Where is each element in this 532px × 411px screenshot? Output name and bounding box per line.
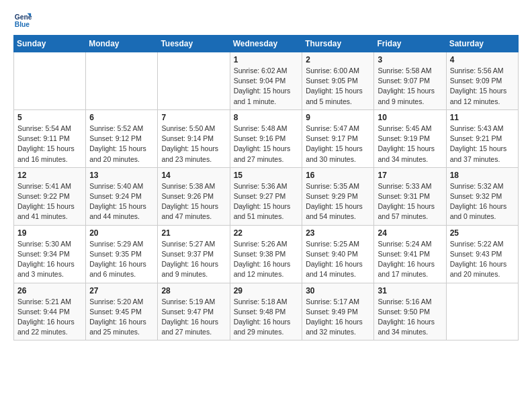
day-detail: Sunrise: 5:16 AM Sunset: 9:50 PM Dayligh…	[378, 297, 442, 338]
day-detail: Sunrise: 5:48 AM Sunset: 9:16 PM Dayligh…	[234, 124, 299, 165]
day-number: 21	[161, 228, 226, 238]
day-number: 6	[89, 113, 154, 122]
day-detail: Sunrise: 5:26 AM Sunset: 9:38 PM Dayligh…	[234, 239, 299, 280]
day-number: 29	[234, 286, 299, 295]
logo-icon: General Blue	[13, 11, 32, 30]
calendar-cell: 18Sunrise: 5:32 AM Sunset: 9:32 PM Dayli…	[446, 167, 518, 225]
day-number: 1	[234, 55, 299, 64]
calendar-cell: 22Sunrise: 5:26 AM Sunset: 9:38 PM Dayli…	[230, 225, 302, 283]
day-number: 17	[378, 171, 442, 180]
calendar-cell: 2Sunrise: 6:00 AM Sunset: 9:05 PM Daylig…	[302, 52, 374, 110]
day-number: 20	[89, 228, 154, 238]
calendar-cell: 30Sunrise: 5:17 AM Sunset: 9:49 PM Dayli…	[302, 283, 374, 340]
day-detail: Sunrise: 5:45 AM Sunset: 9:19 PM Dayligh…	[378, 124, 442, 165]
calendar-table: SundayMondayTuesdayWednesdayThursdayFrid…	[13, 35, 519, 340]
calendar-cell: 29Sunrise: 5:18 AM Sunset: 9:48 PM Dayli…	[230, 283, 302, 340]
calendar-body: 1Sunrise: 6:02 AM Sunset: 9:04 PM Daylig…	[14, 52, 519, 340]
calendar-cell: 16Sunrise: 5:35 AM Sunset: 9:29 PM Dayli…	[302, 167, 374, 225]
day-header-friday: Friday	[374, 36, 446, 52]
calendar-cell: 11Sunrise: 5:43 AM Sunset: 9:21 PM Dayli…	[446, 109, 518, 167]
week-row-4: 19Sunrise: 5:30 AM Sunset: 9:34 PM Dayli…	[14, 225, 519, 283]
day-detail: Sunrise: 5:24 AM Sunset: 9:41 PM Dayligh…	[378, 239, 442, 280]
calendar-cell: 27Sunrise: 5:20 AM Sunset: 9:45 PM Dayli…	[86, 283, 158, 340]
week-row-5: 26Sunrise: 5:21 AM Sunset: 9:44 PM Dayli…	[14, 283, 519, 340]
day-detail: Sunrise: 6:00 AM Sunset: 9:05 PM Dayligh…	[306, 66, 370, 107]
day-detail: Sunrise: 5:25 AM Sunset: 9:40 PM Dayligh…	[306, 239, 370, 280]
day-number: 22	[234, 228, 299, 238]
day-header-saturday: Saturday	[446, 36, 518, 52]
day-number: 23	[306, 228, 370, 238]
day-number: 14	[161, 171, 226, 180]
calendar-cell: 14Sunrise: 5:38 AM Sunset: 9:26 PM Dayli…	[158, 167, 230, 225]
day-number: 31	[378, 286, 442, 295]
day-detail: Sunrise: 5:35 AM Sunset: 9:29 PM Dayligh…	[306, 181, 370, 222]
calendar-cell	[446, 283, 518, 340]
day-number: 15	[234, 171, 299, 180]
calendar-cell: 9Sunrise: 5:47 AM Sunset: 9:17 PM Daylig…	[302, 109, 374, 167]
day-number: 3	[378, 55, 442, 64]
calendar-cell: 7Sunrise: 5:50 AM Sunset: 9:14 PM Daylig…	[158, 109, 230, 167]
day-detail: Sunrise: 5:29 AM Sunset: 9:35 PM Dayligh…	[89, 239, 154, 280]
day-detail: Sunrise: 5:38 AM Sunset: 9:26 PM Dayligh…	[161, 181, 226, 222]
day-number: 11	[450, 113, 515, 122]
calendar-cell: 28Sunrise: 5:19 AM Sunset: 9:47 PM Dayli…	[158, 283, 230, 340]
calendar-cell: 19Sunrise: 5:30 AM Sunset: 9:34 PM Dayli…	[14, 225, 86, 283]
calendar-cell: 17Sunrise: 5:33 AM Sunset: 9:31 PM Dayli…	[374, 167, 446, 225]
calendar-cell: 21Sunrise: 5:27 AM Sunset: 9:37 PM Dayli…	[158, 225, 230, 283]
page-header: General Blue	[13, 11, 519, 30]
calendar-cell: 5Sunrise: 5:54 AM Sunset: 9:11 PM Daylig…	[14, 109, 86, 167]
day-number: 18	[450, 171, 515, 180]
day-detail: Sunrise: 6:02 AM Sunset: 9:04 PM Dayligh…	[234, 66, 299, 107]
calendar-cell: 1Sunrise: 6:02 AM Sunset: 9:04 PM Daylig…	[230, 52, 302, 110]
day-header-tuesday: Tuesday	[158, 36, 230, 52]
calendar-cell: 31Sunrise: 5:16 AM Sunset: 9:50 PM Dayli…	[374, 283, 446, 340]
calendar-cell: 6Sunrise: 5:52 AM Sunset: 9:12 PM Daylig…	[86, 109, 158, 167]
day-header-thursday: Thursday	[302, 36, 374, 52]
day-number: 30	[306, 286, 370, 295]
logo: General Blue	[13, 11, 34, 30]
calendar-cell: 23Sunrise: 5:25 AM Sunset: 9:40 PM Dayli…	[302, 225, 374, 283]
day-detail: Sunrise: 5:27 AM Sunset: 9:37 PM Dayligh…	[161, 239, 226, 280]
calendar-cell: 10Sunrise: 5:45 AM Sunset: 9:19 PM Dayli…	[374, 109, 446, 167]
calendar-cell: 13Sunrise: 5:40 AM Sunset: 9:24 PM Dayli…	[86, 167, 158, 225]
day-detail: Sunrise: 5:40 AM Sunset: 9:24 PM Dayligh…	[89, 181, 154, 222]
calendar-cell: 3Sunrise: 5:58 AM Sunset: 9:07 PM Daylig…	[374, 52, 446, 110]
day-detail: Sunrise: 5:43 AM Sunset: 9:21 PM Dayligh…	[450, 124, 515, 165]
calendar-cell: 15Sunrise: 5:36 AM Sunset: 9:27 PM Dayli…	[230, 167, 302, 225]
day-number: 27	[89, 286, 154, 295]
day-number: 4	[450, 55, 515, 64]
day-number: 7	[161, 113, 226, 122]
calendar-header: SundayMondayTuesdayWednesdayThursdayFrid…	[14, 36, 519, 52]
day-number: 28	[161, 286, 226, 295]
day-number: 19	[17, 228, 82, 238]
day-detail: Sunrise: 5:20 AM Sunset: 9:45 PM Dayligh…	[89, 297, 154, 338]
days-of-week-row: SundayMondayTuesdayWednesdayThursdayFrid…	[14, 36, 519, 52]
day-number: 12	[17, 171, 82, 180]
day-detail: Sunrise: 5:22 AM Sunset: 9:43 PM Dayligh…	[450, 239, 515, 280]
calendar-cell	[86, 52, 158, 110]
calendar-cell	[158, 52, 230, 110]
day-detail: Sunrise: 5:18 AM Sunset: 9:48 PM Dayligh…	[234, 297, 299, 338]
week-row-3: 12Sunrise: 5:41 AM Sunset: 9:22 PM Dayli…	[14, 167, 519, 225]
day-number: 26	[17, 286, 82, 295]
day-number: 5	[17, 113, 82, 122]
day-number: 24	[378, 228, 442, 238]
day-detail: Sunrise: 5:30 AM Sunset: 9:34 PM Dayligh…	[17, 239, 82, 280]
day-header-monday: Monday	[86, 36, 158, 52]
day-number: 25	[450, 228, 515, 238]
day-detail: Sunrise: 5:41 AM Sunset: 9:22 PM Dayligh…	[17, 181, 82, 222]
week-row-2: 5Sunrise: 5:54 AM Sunset: 9:11 PM Daylig…	[14, 109, 519, 167]
day-detail: Sunrise: 5:21 AM Sunset: 9:44 PM Dayligh…	[17, 297, 82, 338]
day-detail: Sunrise: 5:58 AM Sunset: 9:07 PM Dayligh…	[378, 66, 442, 107]
calendar-cell: 12Sunrise: 5:41 AM Sunset: 9:22 PM Dayli…	[14, 167, 86, 225]
day-detail: Sunrise: 5:52 AM Sunset: 9:12 PM Dayligh…	[89, 124, 154, 165]
day-number: 8	[234, 113, 299, 122]
day-number: 9	[306, 113, 370, 122]
day-detail: Sunrise: 5:17 AM Sunset: 9:49 PM Dayligh…	[306, 297, 370, 338]
day-header-sunday: Sunday	[14, 36, 86, 52]
week-row-1: 1Sunrise: 6:02 AM Sunset: 9:04 PM Daylig…	[14, 52, 519, 110]
day-detail: Sunrise: 5:54 AM Sunset: 9:11 PM Dayligh…	[17, 124, 82, 165]
day-detail: Sunrise: 5:33 AM Sunset: 9:31 PM Dayligh…	[378, 181, 442, 222]
calendar-cell: 4Sunrise: 5:56 AM Sunset: 9:09 PM Daylig…	[446, 52, 518, 110]
day-number: 13	[89, 171, 154, 180]
